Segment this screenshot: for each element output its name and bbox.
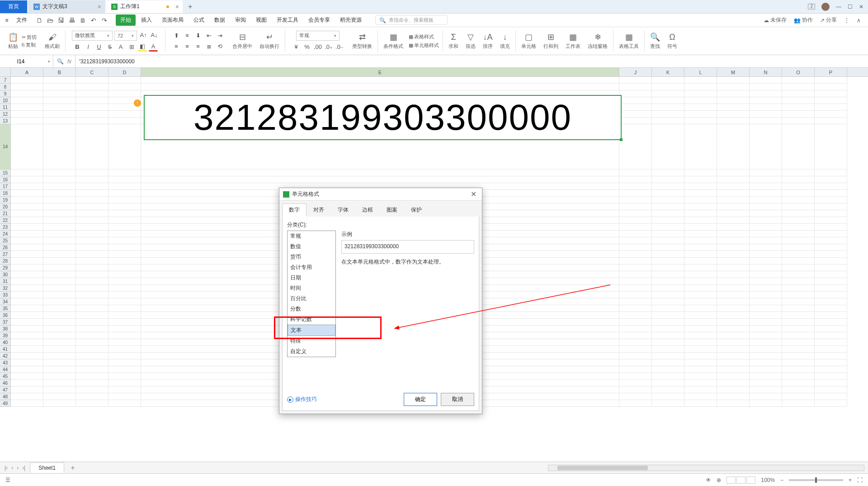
cell[interactable] (717, 278, 750, 285)
cell[interactable] (750, 97, 782, 104)
cell[interactable] (782, 359, 815, 366)
cell[interactable] (108, 203, 141, 210)
underline-button[interactable]: U (94, 42, 104, 52)
cell[interactable] (684, 346, 717, 353)
cell[interactable] (782, 170, 815, 176)
cell[interactable] (782, 278, 815, 285)
cell[interactable] (108, 77, 141, 84)
row-header[interactable]: 30 (0, 271, 11, 278)
close-tab-2-icon[interactable]: × (175, 3, 179, 10)
zoom-out-icon[interactable]: − (780, 477, 783, 483)
cell[interactable] (717, 380, 750, 387)
cell[interactable] (76, 77, 108, 84)
cell[interactable] (652, 210, 684, 217)
row-header[interactable]: 22 (0, 217, 11, 224)
cell[interactable] (43, 373, 76, 380)
column-header-L[interactable]: L (684, 68, 717, 76)
cell[interactable] (43, 400, 76, 407)
cell[interactable] (782, 312, 815, 319)
user-avatar[interactable] (821, 3, 830, 11)
cell[interactable] (652, 393, 684, 400)
cell[interactable] (11, 104, 43, 111)
cell[interactable] (76, 353, 108, 359)
sheet-tab-1[interactable]: Sheet1 (30, 462, 64, 473)
cell[interactable] (76, 332, 108, 339)
cell[interactable] (11, 312, 43, 319)
cell[interactable] (11, 84, 43, 90)
wrap-text-button[interactable]: ↵自动换行 (258, 32, 281, 50)
new-icon[interactable]: 🗋 (35, 16, 43, 24)
cell[interactable] (782, 84, 815, 90)
cell[interactable] (619, 118, 652, 124)
cell[interactable] (43, 346, 76, 353)
cell[interactable] (76, 400, 108, 407)
cell[interactable] (815, 111, 847, 118)
cell[interactable] (652, 264, 684, 271)
cell[interactable] (652, 326, 684, 332)
cell[interactable] (652, 124, 684, 170)
row-header[interactable]: 16 (0, 176, 11, 183)
cell[interactable] (108, 326, 141, 332)
cell[interactable] (717, 231, 750, 237)
cell[interactable] (43, 264, 76, 271)
cell[interactable] (652, 111, 684, 118)
cell[interactable] (619, 104, 652, 111)
cell[interactable] (652, 285, 684, 292)
decrease-indent-icon[interactable]: ⇤ (204, 31, 213, 40)
cell[interactable] (43, 210, 76, 217)
cell[interactable] (750, 264, 782, 271)
cell[interactable] (684, 190, 717, 197)
cell[interactable] (11, 90, 43, 97)
ok-button[interactable]: 确定 (404, 393, 437, 406)
cell[interactable] (684, 258, 717, 264)
cell[interactable] (782, 292, 815, 298)
cell[interactable] (717, 224, 750, 231)
cell[interactable] (11, 359, 43, 366)
cell[interactable] (652, 217, 684, 224)
cell[interactable] (684, 292, 717, 298)
cell[interactable] (782, 387, 815, 393)
cell[interactable] (108, 251, 141, 258)
column-header-O[interactable]: O (782, 68, 815, 76)
cell[interactable] (684, 183, 717, 190)
redo-icon[interactable]: ↷ (100, 16, 108, 24)
cell[interactable] (76, 387, 108, 393)
cell[interactable] (815, 373, 847, 380)
cell[interactable] (43, 326, 76, 332)
cell[interactable] (108, 359, 141, 366)
cell[interactable] (141, 77, 619, 84)
cell[interactable] (815, 332, 847, 339)
cell[interactable] (619, 237, 652, 244)
dialog-tab-alignment[interactable]: 对齐 (307, 203, 331, 217)
cell[interactable] (619, 271, 652, 278)
row-header[interactable]: 36 (0, 312, 11, 319)
goto-icon[interactable]: 🔍 (57, 58, 64, 65)
cell[interactable] (108, 400, 141, 407)
cell[interactable] (652, 271, 684, 278)
cell[interactable] (619, 203, 652, 210)
cell[interactable] (619, 353, 652, 359)
cell[interactable] (684, 237, 717, 244)
row-header[interactable]: 11 (0, 104, 11, 111)
cell[interactable] (717, 326, 750, 332)
currency-icon[interactable]: ¥ (292, 42, 301, 52)
cell[interactable] (76, 217, 108, 224)
cell[interactable] (782, 97, 815, 104)
add-tab-button[interactable]: + (183, 0, 198, 13)
row-header[interactable]: 17 (0, 183, 11, 190)
decrease-decimal-icon[interactable]: .0₋ (335, 42, 344, 52)
cell[interactable] (782, 271, 815, 278)
cell[interactable] (782, 231, 815, 237)
sheet-next-icon[interactable]: › (16, 465, 19, 471)
cell[interactable] (141, 170, 619, 176)
cell[interactable] (684, 393, 717, 400)
cell[interactable] (11, 176, 43, 183)
table-style-button[interactable]: ▦表格样式 (409, 33, 439, 40)
cell[interactable] (43, 111, 76, 118)
cell[interactable] (717, 292, 750, 298)
cell[interactable] (76, 278, 108, 285)
cell[interactable] (108, 244, 141, 251)
cell[interactable] (652, 90, 684, 97)
cell[interactable] (619, 332, 652, 339)
cell[interactable] (750, 373, 782, 380)
